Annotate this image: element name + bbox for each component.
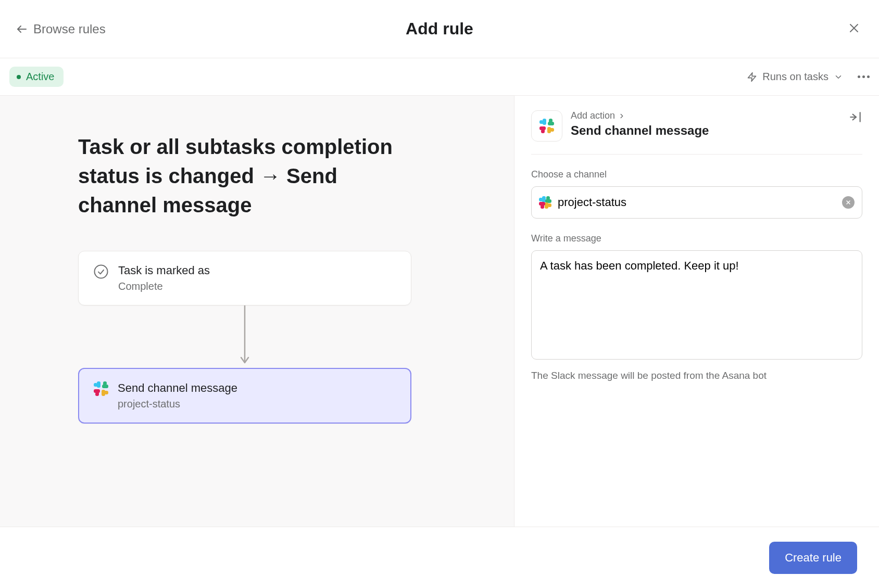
- flow-connector-arrow-icon: [240, 305, 250, 368]
- chevron-right-icon: [618, 112, 625, 120]
- status-dot-icon: [17, 75, 21, 79]
- action-title: Send channel message: [118, 381, 237, 395]
- status-label: Active: [26, 71, 54, 83]
- browse-rules-back[interactable]: Browse rules: [16, 22, 106, 36]
- clear-icon: [845, 199, 851, 206]
- page-title: Add rule: [406, 19, 473, 39]
- runs-on-label: Runs on tasks: [762, 71, 828, 83]
- choose-channel-label: Choose a channel: [531, 169, 862, 180]
- slack-bot-hint: The Slack message will be posted from th…: [531, 370, 862, 381]
- clear-channel-button[interactable]: [842, 196, 855, 209]
- rule-title: Task or all subtasks completion status i…: [78, 132, 411, 220]
- create-rule-button[interactable]: Create rule: [769, 542, 857, 574]
- more-options-button[interactable]: [858, 75, 870, 78]
- slack-icon: [94, 381, 108, 396]
- svg-marker-3: [748, 72, 756, 81]
- add-action-breadcrumb[interactable]: Add action: [571, 110, 709, 121]
- trigger-sub: Complete: [118, 280, 210, 292]
- trigger-title: Task is marked as: [118, 264, 210, 277]
- arrow-left-icon: [16, 23, 28, 35]
- browse-rules-label: Browse rules: [33, 22, 106, 36]
- write-message-label: Write a message: [531, 233, 862, 244]
- chevron-down-icon: [834, 72, 843, 82]
- slack-icon: [539, 119, 554, 133]
- channel-input-wrap[interactable]: [531, 186, 862, 219]
- close-button[interactable]: [848, 22, 860, 36]
- check-circle-icon: [93, 264, 109, 279]
- lightning-icon: [747, 72, 757, 82]
- status-badge[interactable]: Active: [9, 67, 64, 87]
- panel-action-title: Send channel message: [571, 123, 709, 138]
- channel-input[interactable]: [558, 196, 836, 209]
- trigger-card[interactable]: Task is marked as Complete: [78, 251, 411, 305]
- message-textarea[interactable]: [531, 250, 862, 360]
- collapse-panel-button[interactable]: [849, 110, 862, 126]
- action-card[interactable]: Send channel message project-status: [78, 368, 411, 424]
- svg-point-4: [95, 265, 108, 278]
- collapse-right-icon: [849, 110, 862, 124]
- breadcrumb-label: Add action: [571, 110, 615, 121]
- runs-on-dropdown[interactable]: Runs on tasks: [747, 71, 843, 83]
- action-sub: project-status: [118, 398, 237, 410]
- slack-chip: [531, 110, 562, 142]
- slack-icon: [539, 196, 551, 209]
- close-icon: [848, 22, 860, 34]
